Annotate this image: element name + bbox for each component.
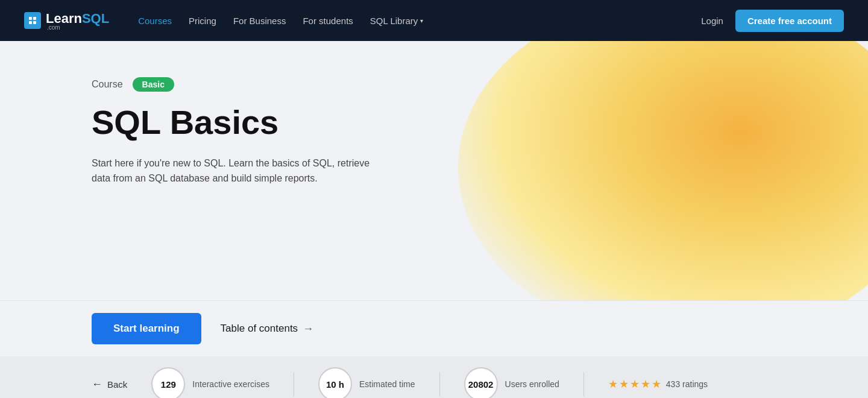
action-bar: Start learning Table of contents → (0, 300, 868, 356)
time-count: 10 h (318, 367, 352, 398)
start-learning-button[interactable]: Start learning (92, 313, 201, 344)
toc-label: Table of contents (221, 323, 298, 335)
stat-interactive-exercises: 129 Interactive exercises (151, 367, 269, 398)
stat-divider-1 (294, 372, 294, 396)
hero-meta: Course Basic (92, 77, 381, 92)
stat-estimated-time: 10 h Estimated time (318, 367, 415, 398)
svg-rect-3 (33, 21, 36, 24)
nav-right: Login Create free account (701, 10, 844, 32)
hero-gradient (458, 41, 868, 300)
time-label: Estimated time (359, 379, 415, 389)
back-label: Back (107, 379, 127, 390)
back-arrow-icon: ← (92, 378, 102, 391)
exercises-label: Interactive exercises (192, 379, 269, 389)
svg-rect-0 (29, 17, 32, 20)
stats-bar: ← Back 129 Interactive exercises 10 h Es… (0, 356, 868, 398)
hero-section: Course Basic SQL Basics Start here if yo… (0, 41, 868, 300)
chevron-down-icon: ▾ (420, 17, 423, 24)
navbar: LearnSQL .com Courses Pricing For Busine… (0, 0, 868, 41)
nav-item-sql-library[interactable]: SQL Library ▾ (370, 16, 423, 26)
stat-divider-2 (439, 372, 440, 396)
star-icons: ★★★★★ (608, 377, 662, 391)
login-link[interactable]: Login (701, 16, 723, 26)
hero-title: SQL Basics (92, 104, 381, 141)
nav-item-pricing[interactable]: Pricing (189, 16, 216, 26)
basic-badge: Basic (133, 77, 174, 92)
toc-arrow-icon: → (303, 323, 313, 335)
users-count: 20802 (464, 367, 498, 398)
svg-rect-1 (33, 17, 36, 20)
ratings-count: 433 ratings (666, 379, 708, 389)
users-label: Users enrolled (505, 379, 559, 389)
sql-library-label: SQL Library (370, 16, 418, 26)
nav-item-for-business[interactable]: For Business (233, 16, 286, 26)
create-account-button[interactable]: Create free account (735, 10, 844, 32)
exercises-count: 129 (151, 367, 185, 398)
rating-section: ★★★★★ 433 ratings (608, 377, 708, 391)
hero-description: Start here if you're new to SQL. Learn t… (92, 156, 381, 186)
nav-item-for-students[interactable]: For students (303, 16, 353, 26)
course-label: Course (92, 79, 123, 90)
nav-item-courses[interactable]: Courses (138, 16, 172, 26)
hero-content: Course Basic SQL Basics Start here if yo… (92, 77, 381, 186)
table-of-contents-link[interactable]: Table of contents → (221, 323, 314, 335)
nav-links: Courses Pricing For Business For student… (138, 16, 682, 26)
logo[interactable]: LearnSQL .com (24, 11, 109, 31)
logo-com-text: .com (47, 24, 109, 31)
logo-icon (24, 12, 41, 29)
svg-rect-2 (29, 21, 32, 24)
stat-users-enrolled: 20802 Users enrolled (464, 367, 559, 398)
stat-divider-3 (583, 372, 584, 396)
back-button[interactable]: ← Back (92, 378, 127, 391)
